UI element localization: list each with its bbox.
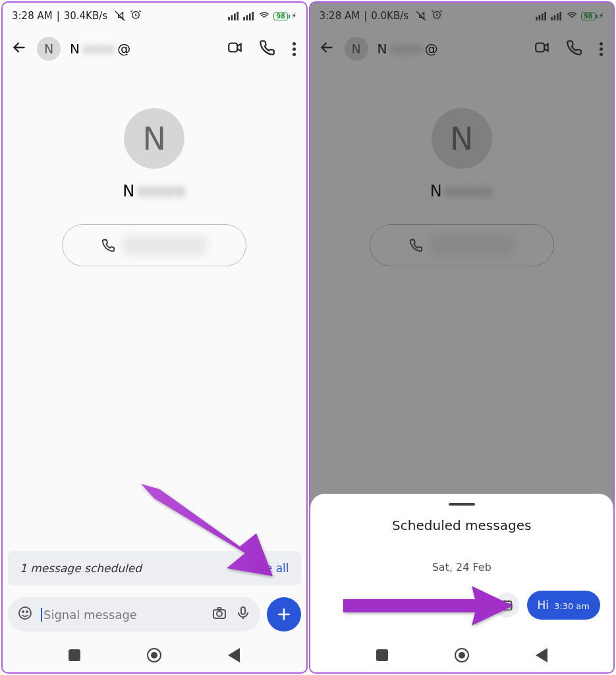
camera-icon[interactable] <box>211 605 227 624</box>
nav-back-button[interactable] <box>228 648 240 662</box>
signal-icon <box>228 11 240 20</box>
svg-marker-28 <box>343 586 513 626</box>
annotation-arrow <box>141 484 279 585</box>
svg-rect-7 <box>249 14 251 21</box>
nav-recent-button[interactable] <box>69 649 80 661</box>
left-screenshot: 3:28 AM | 30.4KB/s 98 ⚡ N N eeee @ <box>1 1 308 674</box>
sheet-title: Scheduled messages <box>323 517 601 533</box>
android-navbar <box>3 638 306 672</box>
charging-icon: ⚡ <box>291 11 296 20</box>
svg-point-10 <box>19 607 31 619</box>
status-speed: 30.4KB/s <box>64 10 107 22</box>
nav-home-button[interactable] <box>455 648 469 662</box>
status-right: 98 ⚡ <box>228 10 296 22</box>
video-call-button[interactable] <box>227 39 244 59</box>
microphone-icon[interactable] <box>235 605 251 624</box>
contact-name-header[interactable]: N eeee @ <box>70 41 217 57</box>
contact-avatar-large: N <box>124 108 184 169</box>
svg-point-12 <box>26 611 28 612</box>
svg-rect-1 <box>228 17 230 20</box>
emoji-icon[interactable] <box>17 605 33 624</box>
back-button[interactable] <box>11 39 28 59</box>
svg-rect-6 <box>246 15 248 20</box>
battery-indicator: 98 <box>273 12 288 20</box>
status-bar: 3:28 AM | 30.4KB/s 98 ⚡ <box>3 3 306 29</box>
compose-field[interactable]: Signal message <box>8 597 260 631</box>
svg-rect-8 <box>252 12 254 20</box>
message-input[interactable]: Signal message <box>41 608 204 622</box>
svg-rect-4 <box>237 12 239 20</box>
sheet-drag-handle[interactable] <box>449 503 475 506</box>
add-attachment-button[interactable] <box>267 597 301 631</box>
nav-recent-button[interactable] <box>376 649 388 661</box>
contact-name-large: N eeeee <box>123 182 186 200</box>
svg-rect-9 <box>229 44 237 52</box>
svg-point-14 <box>217 611 222 616</box>
right-screenshot: 3:28 AM | 0.0KB/s 98 ⚡ N N eeee @ <box>309 1 615 674</box>
message-time: 3:30 am <box>554 601 590 611</box>
voice-call-button[interactable] <box>258 39 275 59</box>
scheduled-count-text: 1 message scheduled <box>20 562 142 575</box>
svg-rect-5 <box>243 17 245 20</box>
phone-number-pill[interactable] <box>62 224 246 266</box>
svg-point-11 <box>22 611 24 612</box>
message-text: Hi <box>538 599 549 612</box>
android-navbar <box>310 638 614 672</box>
annotation-arrow <box>343 583 515 631</box>
svg-rect-15 <box>241 607 245 614</box>
nav-home-button[interactable] <box>147 648 161 662</box>
svg-marker-16 <box>141 484 273 576</box>
scheduled-message-bubble[interactable]: Hi 3:30 am <box>527 591 600 620</box>
chat-header: N N eeee @ <box>3 29 306 69</box>
status-alarm-icon <box>130 9 142 23</box>
status-mute-icon <box>114 10 126 22</box>
message-composer: Signal message <box>8 596 301 633</box>
contact-avatar-small[interactable]: N <box>37 37 61 61</box>
nav-back-button[interactable] <box>536 648 547 662</box>
svg-rect-3 <box>234 14 236 21</box>
svg-rect-2 <box>231 15 233 20</box>
more-options-button[interactable] <box>290 42 298 56</box>
wifi-icon <box>258 10 270 22</box>
signal-icon-2 <box>243 11 255 20</box>
status-time: 3:28 AM <box>12 10 53 22</box>
sheet-date: Sat, 24 Feb <box>323 561 601 573</box>
status-left: 3:28 AM | 30.4KB/s <box>12 9 142 23</box>
